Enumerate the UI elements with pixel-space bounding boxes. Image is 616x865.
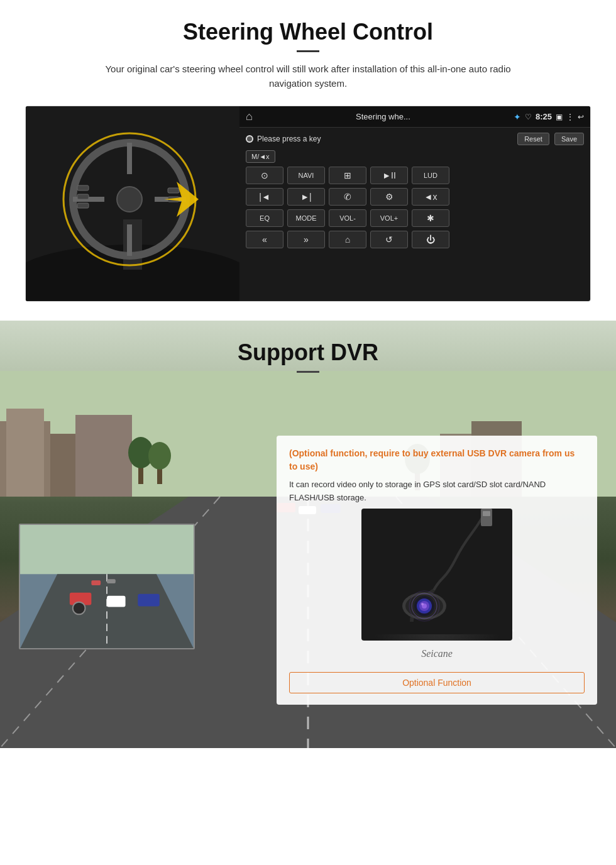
screen-top-row: Please press a key Reset Save [246, 133, 584, 145]
press-key-label: Please press a key [246, 135, 512, 143]
title-divider [297, 50, 319, 52]
svg-rect-2 [123, 219, 142, 270]
svg-rect-10 [77, 194, 89, 199]
svg-rect-12 [168, 188, 179, 193]
btn-back-fast[interactable]: « [246, 231, 283, 248]
btn-next[interactable]: ►| [287, 188, 325, 206]
svg-point-8 [117, 187, 142, 212]
dvr-description: It can record video only to storage in G… [289, 478, 585, 505]
btn-forward-fast[interactable]: » [287, 231, 325, 248]
svg-rect-37 [20, 524, 194, 574]
dvr-thumbnail [19, 524, 195, 649]
svg-rect-9 [77, 185, 89, 190]
svg-rect-45 [107, 579, 116, 583]
steering-subtitle: Your original car's steering wheel contr… [88, 62, 528, 91]
battery-icon: ♡ [525, 113, 532, 121]
dvr-title-divider [297, 371, 319, 373]
clock: 8:25 [536, 112, 552, 121]
dvr-section: Support DVR [0, 321, 616, 748]
status-bar-right: ✦ ♡ 8:25 ▣ ⋮ ↩ [514, 112, 584, 122]
screen-row-3: EQ MODE VOL- VOL+ ✱ [246, 209, 584, 227]
dvr-left-panel [19, 423, 264, 649]
btn-eq[interactable]: EQ [246, 209, 283, 227]
radio-dot [246, 135, 253, 143]
btn-play-pause[interactable]: ►II [370, 167, 408, 184]
btn-settings[interactable]: ⚙ [370, 188, 408, 206]
btn-home[interactable]: ⌂ [329, 231, 366, 248]
svg-rect-48 [483, 511, 490, 516]
svg-rect-11 [77, 203, 89, 208]
steering-title: Steering Wheel Control [25, 19, 591, 45]
screen-topbar: ⌂ Steering whe... ✦ ♡ 8:25 ▣ ⋮ ↩ [239, 106, 590, 128]
svg-point-55 [421, 603, 424, 605]
back-icon[interactable]: ↩ [578, 113, 584, 121]
svg-rect-44 [91, 580, 101, 585]
btn-prev[interactable]: |◄ [246, 188, 283, 206]
btn-vol-up[interactable]: VOL+ [370, 209, 408, 227]
home-icon[interactable]: ⌂ [246, 110, 253, 123]
btn-rotate[interactable]: ↺ [370, 231, 408, 248]
btn-dot[interactable]: ⊙ [246, 167, 283, 184]
optional-function-button[interactable]: Optional Function [289, 672, 585, 693]
screen-row-4: « » ⌂ ↺ ⏻ [246, 231, 584, 248]
reset-button[interactable]: Reset [517, 133, 549, 145]
screen-row-2: |◄ ►| ✆ ⚙ ◄x [246, 188, 584, 206]
svg-rect-41 [107, 596, 126, 607]
steering-content-row: ⌂ Steering whe... ✦ ♡ 8:25 ▣ ⋮ ↩ Pleas [25, 106, 591, 302]
camera-icon: ▣ [556, 113, 563, 121]
svg-rect-42 [138, 594, 160, 607]
mx-button[interactable]: M/◄x [246, 150, 275, 163]
save-button[interactable]: Save [554, 133, 584, 145]
dvr-camera-image [361, 515, 512, 641]
thumbnail-svg [20, 524, 194, 649]
btn-mode[interactable]: MODE [287, 209, 325, 227]
svg-point-43 [73, 602, 85, 615]
btn-vol-down[interactable]: VOL- [329, 209, 366, 227]
screen-title: Steering whe... [258, 112, 509, 121]
btn-bluetooth[interactable]: ✱ [412, 209, 449, 227]
dvr-header: Support DVR [0, 321, 616, 379]
screen-body: Please press a key Reset Save M/◄x ⊙ NAV… [239, 128, 590, 301]
press-key-text: Please press a key [257, 135, 321, 143]
steering-wheel-photo [26, 106, 239, 301]
dvr-title: Support DVR [0, 339, 616, 366]
btn-grid[interactable]: ⊞ [329, 167, 366, 184]
btn-navi[interactable]: NAVI [287, 167, 325, 184]
dvr-info-card: (Optional function, require to buy exter… [277, 436, 597, 705]
steering-screen: ⌂ Steering whe... ✦ ♡ 8:25 ▣ ⋮ ↩ Pleas [239, 106, 590, 301]
btn-power[interactable]: ⏻ [412, 231, 449, 248]
dvr-optional-text: (Optional function, require to buy exter… [289, 447, 585, 473]
btn-lud[interactable]: LUD [412, 167, 449, 184]
brand-text: Seicane [421, 648, 453, 659]
camera-svg [361, 509, 512, 634]
steering-section: Steering Wheel Control Your original car… [0, 0, 616, 314]
menu-icon[interactable]: ⋮ [566, 113, 574, 121]
screen-row-1: ⊙ NAVI ⊞ ►II LUD [246, 167, 584, 184]
dvr-content: (Optional function, require to buy exter… [0, 410, 616, 717]
bluetooth-icon: ✦ [514, 112, 521, 122]
btn-phone[interactable]: ✆ [329, 188, 366, 206]
steering-wheel-svg [26, 106, 239, 301]
btn-mute[interactable]: ◄x [412, 188, 449, 206]
